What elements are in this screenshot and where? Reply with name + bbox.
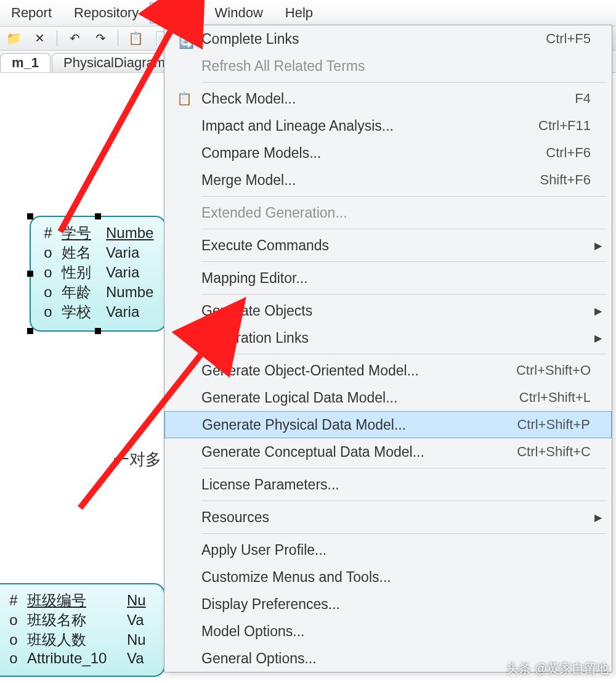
menu-separator bbox=[201, 261, 607, 262]
menu-item[interactable]: Apply User Profile... bbox=[164, 536, 612, 563]
attribute-row[interactable]: oAttribute_10Va bbox=[7, 650, 153, 667]
menu-item[interactable]: Customize Menus and Tools... bbox=[164, 563, 612, 591]
menu-label: Impact and Lineage Analysis... bbox=[201, 118, 538, 134]
menu-item[interactable]: Execute Commands▶ bbox=[164, 232, 612, 259]
menu-shortcut: Ctrl+Shift+P bbox=[517, 417, 590, 433]
tab-m1[interactable]: m_1 bbox=[0, 53, 51, 72]
menu-item[interactable]: Compare Models...Ctrl+F6 bbox=[164, 139, 612, 166]
menu-label: Display Preferences... bbox=[201, 596, 591, 613]
attribute-row[interactable]: #学号Numbe bbox=[42, 223, 154, 243]
attribute-row[interactable]: o班级名称Va bbox=[7, 610, 153, 630]
relationship-label: 一对多 bbox=[113, 449, 161, 470]
tools-dropdown: Complete LinksCtrl+F5Refresh All Related… bbox=[164, 25, 612, 673]
toolbar-separator bbox=[118, 30, 118, 46]
tab-physical-diagram[interactable]: PhysicalDiagram bbox=[52, 53, 177, 72]
menu-item[interactable]: Generation Links▶ bbox=[164, 324, 612, 351]
pk-marker: o bbox=[7, 650, 20, 667]
menu-tools[interactable]: Tools bbox=[150, 2, 203, 23]
menu-shortcut: Ctrl+F6 bbox=[546, 145, 591, 161]
pk-marker: # bbox=[7, 592, 20, 609]
menu-label: Complete Links bbox=[201, 31, 546, 47]
menu-separator bbox=[201, 82, 607, 83]
menu-label: Apply User Profile... bbox=[201, 542, 591, 558]
resize-handle[interactable] bbox=[27, 213, 33, 219]
toolbar-redo-icon[interactable]: ↷ bbox=[92, 30, 109, 46]
menu-separator bbox=[201, 501, 607, 501]
menu-label: Generate Logical Data Model... bbox=[201, 390, 519, 406]
menu-item: Refresh All Related Terms bbox=[164, 52, 612, 80]
resize-handle[interactable] bbox=[95, 328, 101, 334]
menu-item[interactable]: Mapping Editor... bbox=[164, 264, 612, 292]
attr-type: Varia bbox=[106, 264, 139, 281]
menu-separator bbox=[201, 229, 607, 229]
menu-label: Model Options... bbox=[201, 623, 591, 640]
attr-name: 性别 bbox=[62, 263, 99, 282]
attribute-row[interactable]: o学校Varia bbox=[42, 302, 154, 322]
attr-type: Numbe bbox=[106, 224, 153, 242]
attr-name: 学号 bbox=[62, 223, 99, 243]
menu-label: Customize Menus and Tools... bbox=[201, 569, 591, 586]
menu-label: Generate Object-Oriented Model... bbox=[201, 362, 516, 379]
menu-label: Generation Links bbox=[201, 330, 591, 346]
watermark: 头条 @黄家自留地 bbox=[506, 660, 609, 677]
pk-marker: o bbox=[42, 284, 54, 301]
menu-label: Generate Physical Data Model... bbox=[202, 417, 517, 433]
menu-label: Extended Generation... bbox=[201, 205, 591, 221]
pk-marker: o bbox=[7, 611, 20, 629]
menu-label: Compare Models... bbox=[201, 145, 546, 162]
submenu-arrow-icon: ▶ bbox=[591, 240, 602, 252]
menu-item[interactable]: Display Preferences... bbox=[164, 591, 612, 618]
menu-item[interactable]: Generate Objects▶ bbox=[164, 297, 612, 324]
pk-marker: o bbox=[42, 303, 54, 321]
attr-type: Varia bbox=[106, 303, 139, 321]
menu-item[interactable]: Resources▶ bbox=[164, 504, 612, 531]
entity-student[interactable]: #学号Numbeo姓名Variao性别Variao年龄Numbeo学校Varia bbox=[30, 216, 166, 332]
menu-item[interactable]: Generate Logical Data Model...Ctrl+Shift… bbox=[164, 384, 612, 411]
attribute-row[interactable]: o性别Varia bbox=[42, 263, 154, 282]
attr-type: Nu bbox=[127, 631, 146, 648]
menu-item[interactable]: Merge Model...Shift+F6 bbox=[164, 166, 612, 194]
menu-item[interactable]: License Parameters... bbox=[164, 471, 612, 498]
resize-handle[interactable] bbox=[27, 328, 33, 334]
attribute-row[interactable]: #班级编号Nu bbox=[7, 591, 153, 610]
pk-marker: # bbox=[42, 224, 54, 242]
menu-label: Check Model... bbox=[201, 91, 575, 107]
toolbar-properties-icon[interactable]: 📋 bbox=[127, 30, 144, 46]
entity-class[interactable]: #班级编号Nuo班级名称Vao班级人数NuoAttribute_10Va bbox=[0, 583, 165, 677]
refresh-icon[interactable]: 🔄 bbox=[179, 35, 194, 49]
attr-name: Attribute_10 bbox=[27, 650, 120, 667]
menu-help[interactable]: Help bbox=[274, 2, 324, 23]
attr-type: Numbe bbox=[106, 284, 153, 301]
menu-separator bbox=[201, 533, 607, 534]
menu-item[interactable]: 📋Check Model...F4 bbox=[164, 85, 612, 112]
menu-item[interactable]: Complete LinksCtrl+F5 bbox=[164, 25, 612, 52]
menu-window[interactable]: Window bbox=[204, 2, 274, 23]
menu-item[interactable]: Generate Physical Data Model...Ctrl+Shif… bbox=[164, 411, 612, 438]
toolbar-undo-icon[interactable]: ↶ bbox=[66, 30, 83, 46]
submenu-arrow-icon: ▶ bbox=[591, 332, 602, 344]
menu-item[interactable]: Model Options... bbox=[164, 618, 612, 645]
pk-marker: o bbox=[7, 631, 20, 648]
pk-marker: o bbox=[42, 264, 54, 281]
toolbar-delete-icon[interactable]: ✕ bbox=[31, 30, 48, 46]
resize-handle[interactable] bbox=[27, 271, 33, 277]
menu-separator bbox=[201, 354, 607, 354]
menu-label: Execute Commands bbox=[201, 237, 591, 254]
toolbar-folder-icon[interactable]: 📁 bbox=[5, 30, 22, 46]
menu-repository[interactable]: Repository bbox=[63, 2, 150, 23]
attribute-row[interactable]: o年龄Numbe bbox=[42, 282, 154, 302]
menu-item[interactable]: Generate Conceptual Data Model...Ctrl+Sh… bbox=[164, 438, 612, 465]
attr-type: Varia bbox=[106, 244, 139, 261]
menu-report[interactable]: Report bbox=[0, 2, 63, 23]
menu-shortcut: Ctrl+F11 bbox=[538, 118, 591, 134]
menu-item[interactable]: Generate Object-Oriented Model...Ctrl+Sh… bbox=[164, 357, 612, 384]
menu-label: Merge Model... bbox=[201, 172, 540, 189]
attr-name: 年龄 bbox=[62, 282, 99, 302]
attribute-row[interactable]: o班级人数Nu bbox=[7, 630, 153, 650]
menu-shortcut: Ctrl+Shift+L bbox=[519, 390, 591, 406]
attribute-row[interactable]: o姓名Varia bbox=[42, 243, 154, 263]
menu-item[interactable]: Impact and Lineage Analysis...Ctrl+F11 bbox=[164, 112, 612, 139]
menu-shortcut: Ctrl+Shift+O bbox=[516, 362, 591, 378]
menu-item: Extended Generation... bbox=[164, 199, 612, 226]
resize-handle[interactable] bbox=[95, 213, 101, 219]
